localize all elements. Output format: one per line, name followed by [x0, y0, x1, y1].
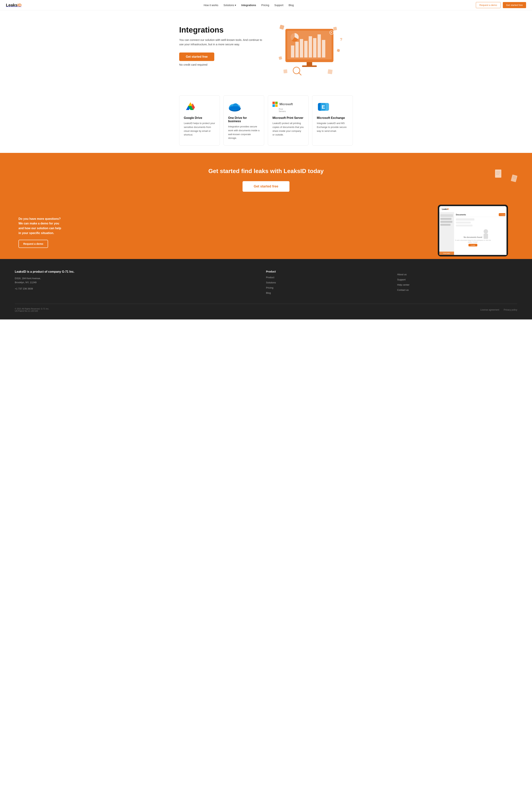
svg-line-21: [299, 73, 301, 75]
footer-link-product[interactable]: Product: [266, 276, 274, 279]
svg-rect-6: [309, 36, 312, 57]
cta-section: Get started find leaks with LeaksID toda…: [0, 153, 532, 259]
ms-print-icon: Microsoft Print Servers: [272, 102, 286, 113]
svg-rect-71: [483, 234, 488, 239]
cta-demo-text: Do you have more questions? We can make …: [18, 217, 61, 259]
nav-integrations[interactable]: Integrations: [241, 4, 256, 7]
footer-address: D318, 184 Kent Avenue, Brooklyn, NY, 112…: [15, 276, 255, 285]
svg-rect-56: [440, 224, 451, 226]
footer-product-col: Product Product Solutions Pricing Blog: [266, 270, 386, 296]
tablet-mockup: Leaks ID Documents + Create: [432, 203, 514, 259]
footer-brand-title: LeaksID is a product of company G-71 Inc…: [15, 270, 255, 273]
svg-text:Find leaks: Find leaks: [443, 253, 450, 254]
hero-section: Integrations You can connect our solutio…: [0, 10, 532, 88]
footer-company-col: About us Support Help center Contact us: [397, 270, 517, 296]
card-ms-print-desc: LeaksID protect all printing copies of d…: [272, 122, 304, 137]
svg-text:Create: Create: [471, 244, 475, 246]
request-demo-cta-button[interactable]: Request a demo: [18, 240, 48, 248]
svg-rect-13: [280, 25, 284, 30]
card-onedrive-desc: Integration provides secure work with do…: [228, 125, 260, 140]
hero-text: Integrations You can connect our solutio…: [179, 25, 266, 73]
footer-link-contact[interactable]: Contact us: [397, 289, 408, 291]
svg-point-70: [483, 229, 488, 234]
footer-product-heading: Product: [266, 270, 386, 273]
svg-text:Documents: Documents: [456, 214, 466, 216]
footer: LeaksID is a product of company G-71 Inc…: [0, 259, 532, 319]
footer-phone: +1 737 236 3939: [15, 287, 255, 291]
svg-rect-3: [296, 42, 299, 57]
cta-headline: Get started find leaks with LeaksID toda…: [7, 168, 525, 175]
nav-blog[interactable]: Blog: [288, 4, 294, 7]
card-google-drive: Google Drive LeaksID helps to protect yo…: [179, 95, 220, 146]
nav-how-it-works[interactable]: How it works: [204, 4, 218, 7]
integrations-section: Google Drive LeaksID helps to protect yo…: [0, 88, 532, 153]
onedrive-icon: [228, 102, 242, 113]
svg-text:ID: ID: [447, 208, 449, 210]
svg-text:Leaks: Leaks: [442, 208, 448, 210]
cta-get-started-button[interactable]: Get started free: [243, 181, 289, 192]
footer-product-links: Product Solutions Pricing Blog: [266, 276, 386, 294]
svg-rect-64: [456, 225, 473, 226]
google-drive-icon: [184, 102, 197, 113]
footer-privacy-link[interactable]: Privacy policy: [504, 309, 517, 311]
logo[interactable]: LeaksID: [6, 3, 21, 7]
svg-rect-54: [440, 218, 452, 220]
footer-link-about[interactable]: About us: [397, 273, 406, 276]
no-cc-text: No credit card required: [179, 62, 266, 67]
card-ms-print-title: Microsoft Print Server: [272, 116, 304, 120]
svg-text:+ Create: + Create: [500, 214, 506, 216]
logo-id: ID: [17, 3, 21, 7]
svg-rect-7: [313, 38, 317, 57]
hero-illustration: ?: [266, 21, 353, 77]
card-ms-print: Microsoft Print Servers Microsoft Print …: [268, 95, 308, 146]
svg-rect-39: [495, 169, 501, 178]
svg-rect-5: [304, 41, 307, 57]
svg-rect-9: [322, 40, 325, 57]
navbar: LeaksID How it works Solutions ▾ Integra…: [0, 0, 532, 10]
footer-link-help[interactable]: Help center: [397, 283, 409, 286]
nav-pricing[interactable]: Pricing: [261, 4, 269, 7]
footer-brand: LeaksID is a product of company G-71 Inc…: [15, 270, 255, 296]
svg-rect-11: [307, 62, 312, 66]
svg-rect-22: [283, 69, 287, 73]
request-demo-nav-button[interactable]: Request a demo: [476, 2, 500, 8]
footer-link-support[interactable]: Support: [397, 278, 406, 281]
footer-license-link[interactable]: License agreement: [480, 309, 499, 311]
monitor-illustration-svg: ?: [274, 21, 344, 77]
footer-bottom: © 2021 All Rights Reserved. G-71 Inc. US…: [15, 304, 517, 312]
cta-demo-paragraph: Do you have more questions? We can make …: [18, 217, 61, 235]
svg-text:No documents found: No documents found: [464, 236, 482, 238]
svg-rect-23: [327, 69, 332, 74]
svg-marker-28: [188, 102, 193, 106]
cards-grid: Google Drive LeaksID helps to protect yo…: [179, 95, 353, 146]
svg-rect-2: [291, 45, 294, 57]
nav-support[interactable]: Support: [274, 4, 283, 7]
card-ms-exchange: E Microsoft Exchange Integrate LeaksID a…: [312, 95, 353, 146]
svg-text:button "Create": button "Create": [468, 241, 478, 243]
nav-links: How it works Solutions ▾ Integrations Pr…: [204, 3, 294, 7]
footer-company-links: About us Support Help center Contact us: [397, 273, 517, 292]
card-onedrive-title: One Drive for business: [228, 116, 260, 123]
hero-description: You can connect our solution with well-k…: [179, 38, 266, 47]
svg-text:?: ?: [340, 37, 342, 42]
svg-rect-35: [230, 106, 240, 110]
footer-link-pricing[interactable]: Pricing: [266, 286, 273, 289]
svg-rect-15: [337, 49, 340, 52]
footer-bottom-links: License agreement Privacy policy: [480, 309, 517, 311]
svg-point-18: [331, 32, 332, 33]
nav-actions: Request a demo Get started free: [476, 2, 526, 8]
get-started-nav-button[interactable]: Get started free: [503, 2, 526, 8]
footer-link-blog[interactable]: Blog: [266, 292, 271, 294]
svg-rect-63: [456, 222, 471, 223]
svg-rect-14: [333, 27, 337, 31]
svg-rect-53: [440, 214, 453, 217]
nav-solutions[interactable]: Solutions ▾: [224, 4, 236, 7]
svg-rect-4: [300, 39, 303, 57]
footer-copyright: © 2021 All Rights Reserved. G-71 Inc. US…: [15, 308, 49, 312]
footer-top: LeaksID is a product of company G-71 Inc…: [15, 270, 517, 296]
footer-link-solutions[interactable]: Solutions: [266, 281, 276, 284]
ms-exchange-icon: E: [317, 102, 330, 113]
svg-rect-8: [318, 34, 321, 57]
paper-float-1: [495, 169, 502, 180]
hero-cta-button[interactable]: Get started free: [179, 53, 214, 61]
